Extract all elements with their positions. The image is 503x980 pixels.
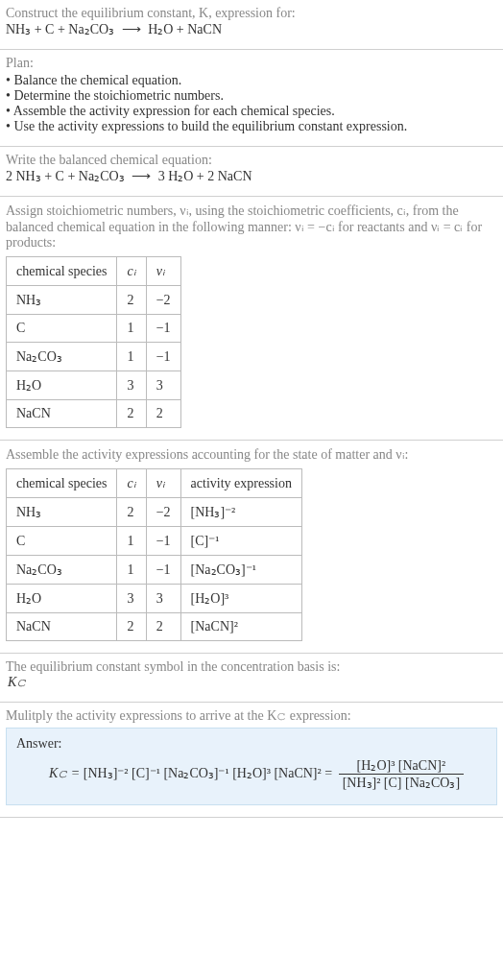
- reaction-arrow-icon: ⟶: [128, 169, 155, 183]
- balanced-heading: Write the balanced chemical equation:: [6, 153, 497, 168]
- cell-species: NH₃: [7, 498, 117, 527]
- cell-species: Na₂CO₃: [7, 556, 117, 585]
- cell-ci: 1: [117, 343, 146, 371]
- cell-expr: [H₂O]³: [180, 585, 301, 613]
- stoich-section: Assign stoichiometric numbers, νᵢ, using…: [0, 197, 503, 441]
- balanced-section: Write the balanced chemical equation: 2 …: [0, 147, 503, 197]
- cell-expr: [NH₃]⁻²: [180, 498, 301, 527]
- table-row: Na₂CO₃ 1 −1 [Na₂CO₃]⁻¹: [7, 556, 302, 585]
- table-row: NH₃ 2 −2: [7, 286, 181, 315]
- plan-item: Use the activity expressions to build th…: [6, 119, 497, 134]
- col-ci: cᵢ: [117, 469, 146, 498]
- cell-vi: −1: [146, 556, 180, 585]
- cell-ci: 2: [117, 286, 146, 315]
- question-prompt: Construct the equilibrium constant, K, e…: [6, 6, 497, 21]
- cell-species: NaCN: [7, 613, 117, 641]
- col-vi: νᵢ: [146, 257, 180, 286]
- cell-species: C: [7, 527, 117, 556]
- cell-ci: 1: [117, 556, 146, 585]
- kc-flat-product: [NH₃]⁻² [C]⁻¹ [Na₂CO₃]⁻¹ [H₂O]³ [NaCN]² …: [84, 766, 336, 780]
- col-vi: νᵢ: [146, 469, 180, 498]
- plan-item: Assemble the activity expression for eac…: [6, 104, 497, 119]
- cell-species: NH₃: [7, 286, 117, 315]
- kc-denominator: [NH₃]² [C] [Na₂CO₃]: [339, 775, 465, 791]
- table-row: H₂O 3 3 [H₂O]³: [7, 585, 302, 613]
- plan-item: Balance the chemical equation.: [6, 73, 497, 88]
- symbol-intro: The equilibrium constant symbol in the c…: [6, 659, 497, 675]
- table-row: NaCN 2 2 [NaCN]²: [7, 613, 302, 641]
- table-header-row: chemical species cᵢ νᵢ activity expressi…: [7, 469, 302, 498]
- col-species: chemical species: [7, 257, 117, 286]
- cell-expr: [C]⁻¹: [180, 527, 301, 556]
- plan-list: Balance the chemical equation. Determine…: [6, 73, 497, 134]
- cell-vi: −1: [146, 343, 180, 371]
- table-row: Na₂CO₃ 1 −1: [7, 343, 181, 371]
- cell-species: H₂O: [7, 371, 117, 400]
- kc-expression: K𝚌 = [NH₃]⁻² [C]⁻¹ [Na₂CO₃]⁻¹ [H₂O]³ [Na…: [49, 757, 487, 791]
- cell-vi: −1: [146, 527, 180, 556]
- activity-intro: Assemble the activity expressions accoun…: [6, 446, 497, 463]
- cell-ci: 3: [117, 371, 146, 400]
- col-species: chemical species: [7, 469, 117, 498]
- symbol-section: The equilibrium constant symbol in the c…: [0, 654, 503, 703]
- cell-vi: 3: [146, 585, 180, 613]
- cell-vi: −2: [146, 498, 180, 527]
- final-section: Mulitply the activity expressions to arr…: [0, 703, 503, 818]
- col-ci: cᵢ: [117, 257, 146, 286]
- kc-symbol: K𝚌: [8, 675, 497, 690]
- answer-label: Answer:: [16, 736, 487, 752]
- cell-ci: 1: [117, 315, 146, 343]
- table-row: C 1 −1 [C]⁻¹: [7, 527, 302, 556]
- table-row: C 1 −1: [7, 315, 181, 343]
- cell-ci: 2: [117, 613, 146, 641]
- equation-left: NH₃ + C + Na₂CO₃: [6, 22, 114, 36]
- table-row: NH₃ 2 −2 [NH₃]⁻²: [7, 498, 302, 527]
- cell-expr: [Na₂CO₃]⁻¹: [180, 556, 301, 585]
- question-section: Construct the equilibrium constant, K, e…: [0, 0, 503, 50]
- kc-prefix: K𝚌 =: [49, 766, 84, 780]
- cell-vi: 2: [146, 400, 180, 428]
- cell-vi: −1: [146, 315, 180, 343]
- cell-species: H₂O: [7, 585, 117, 613]
- stoich-intro: Assign stoichiometric numbers, νᵢ, using…: [6, 203, 497, 251]
- plan-section: Plan: Balance the chemical equation. Det…: [0, 50, 503, 147]
- activity-section: Assemble the activity expressions accoun…: [0, 441, 503, 654]
- cell-vi: −2: [146, 286, 180, 315]
- cell-expr: [NaCN]²: [180, 613, 301, 641]
- balanced-right: 3 H₂O + 2 NaCN: [158, 169, 252, 183]
- plan-heading: Plan:: [6, 56, 497, 71]
- cell-vi: 2: [146, 613, 180, 641]
- table-header-row: chemical species cᵢ νᵢ: [7, 257, 181, 286]
- cell-ci: 1: [117, 527, 146, 556]
- balanced-left: 2 NH₃ + C + Na₂CO₃: [6, 169, 125, 183]
- final-intro: Mulitply the activity expressions to arr…: [6, 708, 497, 724]
- cell-ci: 3: [117, 585, 146, 613]
- stoich-table: chemical species cᵢ νᵢ NH₃ 2 −2 C 1 −1 N…: [6, 256, 181, 428]
- plan-item: Determine the stoichiometric numbers.: [6, 88, 497, 104]
- cell-ci: 2: [117, 400, 146, 428]
- kc-fraction: [H₂O]³ [NaCN]² [NH₃]² [C] [Na₂CO₃]: [339, 757, 465, 791]
- cell-species: NaCN: [7, 400, 117, 428]
- activity-table: chemical species cᵢ νᵢ activity expressi…: [6, 468, 302, 641]
- table-row: H₂O 3 3: [7, 371, 181, 400]
- col-expr: activity expression: [180, 469, 301, 498]
- table-row: NaCN 2 2: [7, 400, 181, 428]
- cell-ci: 2: [117, 498, 146, 527]
- equation-right: H₂O + NaCN: [148, 22, 222, 36]
- balanced-equation: 2 NH₃ + C + Na₂CO₃ ⟶ 3 H₂O + 2 NaCN: [6, 168, 497, 184]
- answer-box: Answer: K𝚌 = [NH₃]⁻² [C]⁻¹ [Na₂CO₃]⁻¹ [H…: [6, 728, 497, 805]
- cell-vi: 3: [146, 371, 180, 400]
- cell-species: Na₂CO₃: [7, 343, 117, 371]
- unbalanced-equation: NH₃ + C + Na₂CO₃ ⟶ H₂O + NaCN: [6, 21, 497, 37]
- kc-numerator: [H₂O]³ [NaCN]²: [339, 757, 465, 775]
- reaction-arrow-icon: ⟶: [118, 22, 145, 36]
- cell-species: C: [7, 315, 117, 343]
